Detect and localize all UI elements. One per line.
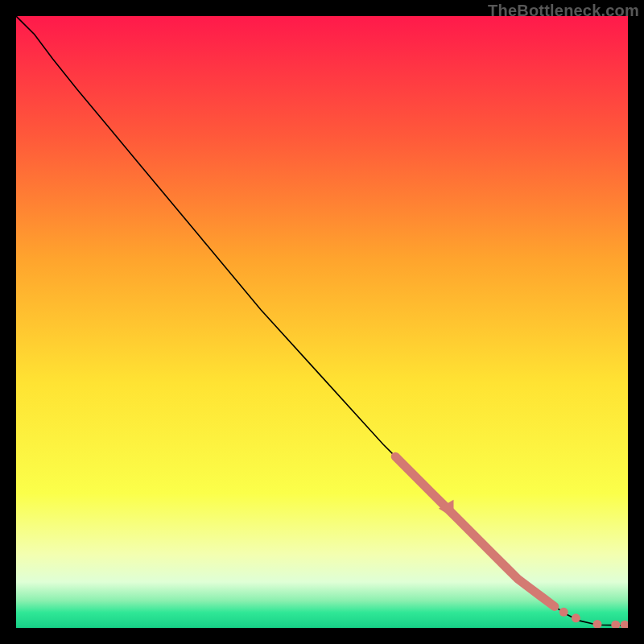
tail-dot [572, 613, 580, 622]
chart-plot [16, 16, 628, 628]
chart-frame: TheBottleneck.com [0, 0, 644, 644]
tail-dot [559, 608, 568, 617]
plot-background [16, 16, 628, 628]
